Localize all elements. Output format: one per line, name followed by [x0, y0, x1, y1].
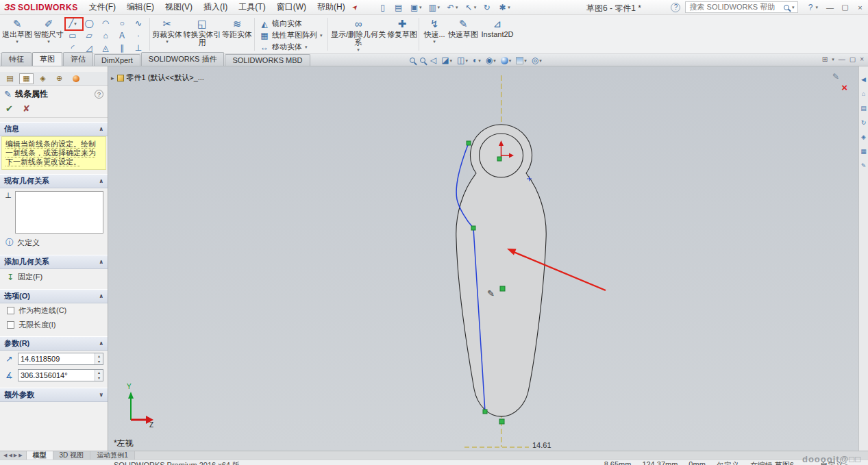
feature-tree-flyout[interactable]: ▸ 零件1 (默认<<默认>_... — [111, 73, 204, 83]
options-caret-icon[interactable]: ▾ — [508, 5, 510, 10]
section-options-header[interactable]: 选项(O) ∧ — [0, 289, 108, 303]
trim-caret-icon[interactable]: ▾ — [166, 39, 169, 44]
print-caret-icon[interactable]: ▾ — [438, 5, 441, 10]
confirm-sketch-icon[interactable]: ✎ — [832, 72, 839, 81]
pm-help-icon[interactable]: ? — [95, 90, 103, 99]
graphics-area[interactable]: 14.61 ✎ — [108, 66, 858, 451]
search-caret-icon[interactable]: ▾ — [792, 5, 795, 10]
tab-evaluate[interactable]: 评估 — [63, 52, 93, 66]
infinite-length-option[interactable]: 无限长度(I) — [0, 318, 108, 332]
pm-cancel-button[interactable]: ✘ — [23, 103, 30, 114]
tab-scroll-first-icon[interactable]: ◀ — [3, 453, 7, 458]
section-existing-relations-header[interactable]: 现有几何关系 ∧ — [0, 174, 108, 188]
options-button[interactable]: ✱▾ — [495, 3, 512, 12]
dimension-text[interactable]: 14.61 — [532, 441, 551, 449]
close-button[interactable]: × — [855, 3, 865, 12]
appearance-caret-icon[interactable]: ▾ — [509, 58, 512, 63]
sketch-point[interactable] — [499, 419, 504, 424]
save-caret-icon[interactable]: ▾ — [419, 5, 422, 10]
spin-down-icon[interactable]: ▾ — [95, 375, 103, 381]
menu-edit[interactable]: 编辑(E) — [121, 1, 160, 13]
select-caret-icon[interactable]: ▾ — [474, 5, 477, 10]
polygon-tool[interactable]: ⌂ — [97, 29, 114, 42]
mirror-small-tool[interactable]: ◬ — [97, 42, 114, 54]
apply-scene-button[interactable]: ▾ — [516, 57, 527, 64]
section-parameters-header[interactable]: 参数(R) ∧ — [0, 336, 108, 351]
view-settings-button[interactable]: ◎▾ — [532, 55, 542, 65]
expand-icon[interactable]: ∨ — [99, 392, 104, 398]
rebuild-button[interactable]: ↻ — [480, 3, 494, 12]
repair-sketch-button[interactable]: ✚ 修复草图 — [387, 16, 417, 53]
search-icon[interactable] — [784, 5, 789, 10]
doc-grid-icon[interactable]: ⊞ — [822, 55, 828, 63]
save-button[interactable]: ▣▾ — [407, 3, 424, 12]
new-document-button[interactable]: ▯ — [375, 3, 390, 12]
sketch-point[interactable] — [483, 410, 487, 414]
tab-model[interactable]: 模型 — [27, 451, 53, 460]
menu-view[interactable]: 视图(V) — [160, 1, 198, 13]
menu-file[interactable]: 文件(F) — [84, 1, 121, 13]
rapid-sketch-button[interactable]: ✎ 快速草图 — [448, 16, 478, 53]
smart-dimension-caret-icon[interactable]: ▾ — [47, 39, 50, 44]
collapse-icon[interactable]: ∧ — [99, 126, 104, 132]
ellipse-tool[interactable]: ○ — [114, 17, 130, 29]
spin-up-icon[interactable]: ▴ — [95, 353, 103, 359]
smart-dimension-button[interactable]: ✐ 智能尺寸 ▾ — [33, 16, 64, 53]
pm-ok-button[interactable]: ✔ — [5, 103, 13, 114]
collapse-icon[interactable]: ∧ — [99, 340, 104, 347]
task-pane-collapse-icon[interactable]: ◀ — [861, 76, 866, 83]
tab-dimxpert[interactable]: DimXpert — [94, 54, 140, 66]
length-field[interactable]: 14.6118509 ▴▾ — [18, 353, 103, 365]
sketch-point[interactable] — [471, 226, 475, 230]
quick-snaps-caret-icon[interactable]: ▾ — [433, 39, 436, 44]
relations-listbox[interactable] — [15, 191, 103, 234]
print-button[interactable]: ▥▾ — [425, 3, 443, 12]
pin-menu-icon[interactable]: ➤ — [350, 3, 360, 12]
hide-show-items-button[interactable]: ◉▾ — [486, 55, 496, 65]
fix-relation-button[interactable]: ↧ 固定(F) — [0, 269, 108, 285]
custom-properties-icon[interactable]: ▦ — [860, 148, 867, 155]
orientation-caret-icon[interactable]: ▾ — [465, 58, 468, 63]
appearances-icon[interactable]: ◈ — [861, 134, 866, 140]
tab-solidworks-addins[interactable]: SOLIDWORKS 插件 — [141, 52, 225, 66]
scene-caret-icon[interactable]: ▾ — [524, 58, 527, 63]
section-additional-parameters-header[interactable]: 额外参数 ∨ — [0, 388, 108, 402]
displaymanager-tab[interactable] — [69, 73, 83, 84]
collapse-icon[interactable]: ∧ — [99, 293, 104, 299]
construction-checkbox[interactable] — [7, 307, 14, 314]
trim-entities-button[interactable]: ✂ 剪裁实体 ▾ — [151, 16, 183, 53]
instant2d-button[interactable]: ⊿ Instant2D — [478, 16, 517, 53]
view-orientation-button[interactable]: ◫▾ — [457, 55, 468, 65]
angle-field[interactable]: 306.3156014° ▴▾ — [18, 369, 103, 381]
display-style-button[interactable]: ◐▾ — [473, 55, 481, 65]
infinite-checkbox[interactable] — [7, 321, 14, 329]
propertymanager-tab[interactable]: ▦ — [19, 73, 34, 84]
open-button[interactable]: ▤ — [391, 3, 406, 12]
help-menu-button[interactable]: ?▾ — [803, 3, 820, 12]
doc-grid-caret-icon[interactable]: ▾ — [832, 57, 834, 62]
length-spinner[interactable]: ▴▾ — [95, 353, 103, 364]
forum-icon[interactable]: ✎ — [861, 162, 867, 169]
move-entities-button[interactable]: ↔ 移动实体 ▾ — [256, 41, 326, 53]
configurationmanager-tab[interactable]: ◈ — [36, 73, 50, 84]
search-help-box[interactable]: 搜索 SOLIDWORKS 帮助 ▾ — [685, 1, 798, 13]
undo-caret-icon[interactable]: ▾ — [456, 5, 458, 10]
move-caret-icon[interactable]: ▾ — [305, 45, 308, 49]
display-delete-relations-button[interactable]: ∞ 显示/删除几何关系 ▾ — [330, 16, 387, 53]
featuremanager-tab[interactable]: ▤ — [3, 73, 17, 84]
design-library-icon[interactable]: ▤ — [860, 105, 867, 112]
tab-scroll-fwd-icon[interactable]: ▶ — [14, 453, 17, 458]
resources-icon[interactable]: ⌂ — [862, 90, 865, 97]
menu-help[interactable]: 帮助(H) — [312, 1, 351, 13]
relations-caret-icon[interactable]: ▾ — [357, 47, 360, 52]
dimxpertmanager-tab[interactable]: ⊕ — [52, 73, 66, 84]
length-value[interactable]: 14.6118509 — [18, 353, 95, 364]
tab-sketch[interactable]: 草图 — [32, 52, 62, 66]
minimize-button[interactable]: — — [825, 3, 835, 12]
zoom-fit-button[interactable] — [410, 58, 415, 63]
tree-expander-icon[interactable]: ▸ — [111, 75, 114, 81]
display-style-caret-icon[interactable]: ▾ — [478, 58, 481, 63]
maximize-button[interactable]: ▢ — [840, 3, 850, 12]
rectangle-tool[interactable]: ▭ — [64, 29, 81, 42]
construction-line-option[interactable]: 作为构造线(C) — [0, 303, 108, 318]
